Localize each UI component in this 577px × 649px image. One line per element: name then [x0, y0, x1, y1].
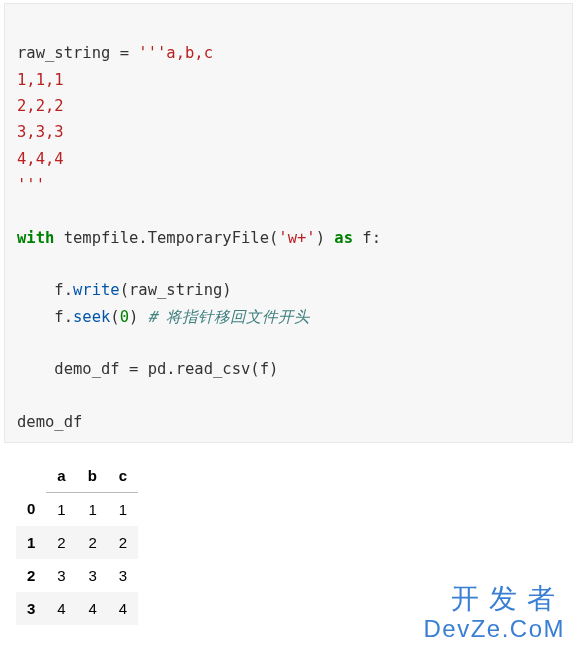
code-token: tempfile.TemporaryFile(	[54, 229, 278, 247]
string-literal: 2,2,2	[17, 97, 64, 115]
dataframe-table: a b c 0 1 1 1 1 2 2 2 2 3 3 3	[16, 459, 138, 625]
function-name: seek	[73, 308, 110, 326]
cell: 1	[77, 492, 108, 526]
col-header: a	[46, 459, 76, 493]
cell: 3	[46, 559, 76, 592]
cell: 4	[46, 592, 76, 625]
cell: 4	[108, 592, 138, 625]
code-line-11: f.seek(0) # 将指针移回文件开头	[17, 308, 310, 326]
string-literal: 1,1,1	[17, 71, 64, 89]
code-token: f.	[17, 281, 73, 299]
table-row: 0 1 1 1	[16, 492, 138, 526]
index-header	[16, 459, 46, 493]
watermark: 开发者 DevZe.CoM	[423, 583, 565, 643]
code-token: (	[110, 308, 119, 326]
code-line-10: f.write(raw_string)	[17, 281, 232, 299]
cell: 2	[77, 526, 108, 559]
row-index: 0	[16, 492, 46, 526]
cell: 3	[108, 559, 138, 592]
row-index: 2	[16, 559, 46, 592]
string-literal: '''a,b,c	[138, 44, 213, 62]
keyword: with	[17, 229, 54, 247]
keyword: as	[334, 229, 353, 247]
cell: 3	[77, 559, 108, 592]
string-literal: 'w+'	[278, 229, 315, 247]
watermark-bottom: DevZe.CoM	[423, 615, 565, 643]
cell: 4	[77, 592, 108, 625]
table-row: 2 3 3 3	[16, 559, 138, 592]
code-line-13: demo_df = pd.read_csv(f)	[17, 360, 278, 378]
cell: 2	[108, 526, 138, 559]
string-literal: '''	[17, 176, 45, 194]
table-row: 1 2 2 2	[16, 526, 138, 559]
number-literal: 0	[120, 308, 129, 326]
code-line-1: raw_string = '''a,b,c	[17, 44, 213, 62]
string-literal: 3,3,3	[17, 123, 64, 141]
code-token: f:	[353, 229, 381, 247]
table-header-row: a b c	[16, 459, 138, 493]
watermark-top: 开发者	[423, 583, 565, 615]
row-index: 3	[16, 592, 46, 625]
code-cell: raw_string = '''a,b,c 1,1,1 2,2,2 3,3,3 …	[4, 3, 573, 443]
cell: 2	[46, 526, 76, 559]
row-index: 1	[16, 526, 46, 559]
code-token: )	[316, 229, 335, 247]
code-token: )	[129, 308, 148, 326]
code-token: f.	[17, 308, 73, 326]
col-header: c	[108, 459, 138, 493]
comment: # 将指针移回文件开头	[148, 308, 311, 326]
table-row: 3 4 4 4	[16, 592, 138, 625]
cell: 1	[108, 492, 138, 526]
code-line-8: with tempfile.TemporaryFile('w+') as f:	[17, 229, 381, 247]
string-literal: 4,4,4	[17, 150, 64, 168]
cell: 1	[46, 492, 76, 526]
code-token: (raw_string)	[120, 281, 232, 299]
code-token: raw_string =	[17, 44, 138, 62]
code-line-15: demo_df	[17, 413, 82, 431]
col-header: b	[77, 459, 108, 493]
function-name: write	[73, 281, 120, 299]
